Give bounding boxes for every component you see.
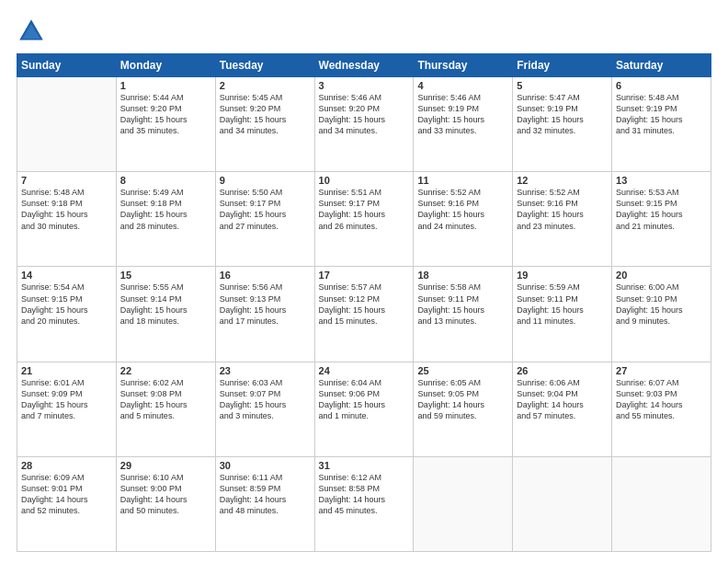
day-number: 22 [120, 365, 211, 376]
day-cell-4: 4Sunrise: 5:46 AM Sunset: 9:19 PM Daylig… [414, 77, 513, 172]
header [17, 17, 711, 46]
day-info: Sunrise: 5:53 AM Sunset: 9:15 PM Dayligh… [616, 187, 707, 232]
day-number: 12 [517, 175, 608, 186]
day-cell-31: 31Sunrise: 6:12 AM Sunset: 8:58 PM Dayli… [314, 456, 414, 551]
day-info: Sunrise: 5:59 AM Sunset: 9:11 PM Dayligh… [517, 282, 608, 327]
day-info: Sunrise: 5:46 AM Sunset: 9:20 PM Dayligh… [319, 92, 410, 137]
day-number: 15 [120, 270, 211, 281]
empty-cell [612, 456, 711, 551]
day-number: 19 [517, 270, 608, 281]
day-info: Sunrise: 5:50 AM Sunset: 9:17 PM Dayligh… [220, 187, 311, 232]
weekday-header-wednesday: Wednesday [314, 54, 414, 77]
day-info: Sunrise: 6:04 AM Sunset: 9:06 PM Dayligh… [319, 377, 410, 422]
weekday-header-saturday: Saturday [612, 54, 711, 77]
day-info: Sunrise: 6:05 AM Sunset: 9:05 PM Dayligh… [417, 377, 508, 422]
day-cell-22: 22Sunrise: 6:02 AM Sunset: 9:08 PM Dayli… [116, 362, 215, 456]
day-number: 11 [417, 175, 508, 186]
calendar-table: SundayMondayTuesdayWednesdayThursdayFrid… [17, 53, 711, 552]
day-cell-20: 20Sunrise: 6:00 AM Sunset: 9:10 PM Dayli… [612, 267, 711, 362]
day-cell-23: 23Sunrise: 6:03 AM Sunset: 9:07 PM Dayli… [215, 362, 314, 456]
day-cell-14: 14Sunrise: 5:54 AM Sunset: 9:15 PM Dayli… [17, 267, 117, 362]
weekday-header-sunday: Sunday [17, 54, 117, 77]
day-number: 2 [220, 80, 311, 91]
day-info: Sunrise: 6:02 AM Sunset: 9:08 PM Dayligh… [120, 377, 211, 422]
empty-cell [17, 77, 117, 172]
day-number: 28 [21, 460, 112, 471]
day-info: Sunrise: 5:58 AM Sunset: 9:11 PM Dayligh… [417, 282, 508, 327]
weekday-header-row: SundayMondayTuesdayWednesdayThursdayFrid… [17, 54, 711, 77]
day-number: 16 [220, 270, 311, 281]
day-info: Sunrise: 5:54 AM Sunset: 9:15 PM Dayligh… [21, 282, 112, 327]
day-number: 4 [417, 80, 508, 91]
day-number: 25 [417, 365, 508, 376]
day-cell-1: 1Sunrise: 5:44 AM Sunset: 9:20 PM Daylig… [116, 77, 215, 172]
day-cell-15: 15Sunrise: 5:55 AM Sunset: 9:14 PM Dayli… [116, 267, 215, 362]
day-cell-3: 3Sunrise: 5:46 AM Sunset: 9:20 PM Daylig… [314, 77, 414, 172]
day-info: Sunrise: 5:44 AM Sunset: 9:20 PM Dayligh… [120, 92, 211, 137]
day-info: Sunrise: 5:51 AM Sunset: 9:17 PM Dayligh… [319, 187, 410, 232]
week-row-2: 7Sunrise: 5:48 AM Sunset: 9:18 PM Daylig… [17, 172, 711, 267]
day-info: Sunrise: 5:52 AM Sunset: 9:16 PM Dayligh… [517, 187, 608, 232]
week-row-4: 21Sunrise: 6:01 AM Sunset: 9:09 PM Dayli… [17, 362, 711, 456]
day-info: Sunrise: 6:10 AM Sunset: 9:00 PM Dayligh… [120, 472, 211, 517]
day-cell-6: 6Sunrise: 5:48 AM Sunset: 9:19 PM Daylig… [612, 77, 711, 172]
day-cell-17: 17Sunrise: 5:57 AM Sunset: 9:12 PM Dayli… [314, 267, 414, 362]
day-number: 26 [517, 365, 608, 376]
day-number: 14 [21, 270, 112, 281]
day-cell-16: 16Sunrise: 5:56 AM Sunset: 9:13 PM Dayli… [215, 267, 314, 362]
day-number: 17 [319, 270, 410, 281]
weekday-header-thursday: Thursday [414, 54, 513, 77]
day-number: 13 [616, 175, 707, 186]
day-info: Sunrise: 6:00 AM Sunset: 9:10 PM Dayligh… [616, 282, 707, 327]
weekday-header-tuesday: Tuesday [215, 54, 314, 77]
day-number: 29 [120, 460, 211, 471]
day-cell-27: 27Sunrise: 6:07 AM Sunset: 9:03 PM Dayli… [612, 362, 711, 456]
day-info: Sunrise: 5:48 AM Sunset: 9:18 PM Dayligh… [21, 187, 112, 232]
day-info: Sunrise: 6:07 AM Sunset: 9:03 PM Dayligh… [616, 377, 707, 422]
day-info: Sunrise: 5:56 AM Sunset: 9:13 PM Dayligh… [220, 282, 311, 327]
day-number: 1 [120, 80, 211, 91]
week-row-1: 1Sunrise: 5:44 AM Sunset: 9:20 PM Daylig… [17, 77, 711, 172]
day-cell-7: 7Sunrise: 5:48 AM Sunset: 9:18 PM Daylig… [17, 172, 117, 267]
day-cell-28: 28Sunrise: 6:09 AM Sunset: 9:01 PM Dayli… [17, 456, 117, 551]
day-number: 7 [21, 175, 112, 186]
day-number: 21 [21, 365, 112, 376]
day-cell-21: 21Sunrise: 6:01 AM Sunset: 9:09 PM Dayli… [17, 362, 117, 456]
day-number: 18 [417, 270, 508, 281]
day-number: 6 [616, 80, 707, 91]
logo-icon [17, 17, 46, 46]
day-info: Sunrise: 5:49 AM Sunset: 9:18 PM Dayligh… [120, 187, 211, 232]
empty-cell [513, 456, 612, 551]
day-cell-12: 12Sunrise: 5:52 AM Sunset: 9:16 PM Dayli… [513, 172, 612, 267]
day-cell-18: 18Sunrise: 5:58 AM Sunset: 9:11 PM Dayli… [414, 267, 513, 362]
day-number: 5 [517, 80, 608, 91]
day-cell-29: 29Sunrise: 6:10 AM Sunset: 9:00 PM Dayli… [116, 456, 215, 551]
day-number: 3 [319, 80, 410, 91]
day-cell-13: 13Sunrise: 5:53 AM Sunset: 9:15 PM Dayli… [612, 172, 711, 267]
logo [17, 17, 50, 46]
day-cell-11: 11Sunrise: 5:52 AM Sunset: 9:16 PM Dayli… [414, 172, 513, 267]
page: SundayMondayTuesdayWednesdayThursdayFrid… [0, 0, 728, 563]
empty-cell [414, 456, 513, 551]
weekday-header-monday: Monday [116, 54, 215, 77]
day-number: 27 [616, 365, 707, 376]
day-number: 20 [616, 270, 707, 281]
day-info: Sunrise: 5:48 AM Sunset: 9:19 PM Dayligh… [616, 92, 707, 137]
day-cell-2: 2Sunrise: 5:45 AM Sunset: 9:20 PM Daylig… [215, 77, 314, 172]
day-info: Sunrise: 6:01 AM Sunset: 9:09 PM Dayligh… [21, 377, 112, 422]
day-cell-25: 25Sunrise: 6:05 AM Sunset: 9:05 PM Dayli… [414, 362, 513, 456]
day-info: Sunrise: 6:11 AM Sunset: 8:59 PM Dayligh… [220, 472, 311, 517]
week-row-5: 28Sunrise: 6:09 AM Sunset: 9:01 PM Dayli… [17, 456, 711, 551]
day-info: Sunrise: 6:12 AM Sunset: 8:58 PM Dayligh… [319, 472, 410, 517]
day-cell-10: 10Sunrise: 5:51 AM Sunset: 9:17 PM Dayli… [314, 172, 414, 267]
day-number: 8 [120, 175, 211, 186]
day-cell-9: 9Sunrise: 5:50 AM Sunset: 9:17 PM Daylig… [215, 172, 314, 267]
day-number: 23 [220, 365, 311, 376]
week-row-3: 14Sunrise: 5:54 AM Sunset: 9:15 PM Dayli… [17, 267, 711, 362]
day-cell-8: 8Sunrise: 5:49 AM Sunset: 9:18 PM Daylig… [116, 172, 215, 267]
day-info: Sunrise: 5:46 AM Sunset: 9:19 PM Dayligh… [417, 92, 508, 137]
day-info: Sunrise: 6:09 AM Sunset: 9:01 PM Dayligh… [21, 472, 112, 517]
day-info: Sunrise: 5:57 AM Sunset: 9:12 PM Dayligh… [319, 282, 410, 327]
weekday-header-friday: Friday [513, 54, 612, 77]
day-cell-24: 24Sunrise: 6:04 AM Sunset: 9:06 PM Dayli… [314, 362, 414, 456]
